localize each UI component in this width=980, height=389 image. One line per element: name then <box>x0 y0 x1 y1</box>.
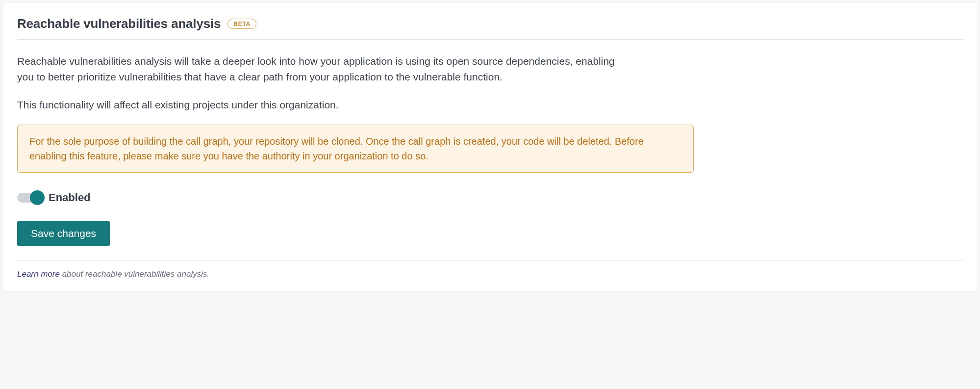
save-changes-button[interactable]: Save changes <box>17 221 110 246</box>
card-header: Reachable vulnerabilities analysis BETA <box>17 16 963 40</box>
warning-notice: For the sole purpose of building the cal… <box>17 125 694 173</box>
card-title: Reachable vulnerabilities analysis <box>17 16 221 31</box>
enabled-toggle[interactable] <box>17 193 43 203</box>
settings-card: Reachable vulnerabilities analysis BETA … <box>2 2 978 291</box>
description-block: Reachable vulnerabilities analysis will … <box>17 53 625 113</box>
toggle-knob <box>30 190 45 205</box>
description-paragraph-2: This functionality will affect all exist… <box>17 97 625 113</box>
learn-more-link[interactable]: Learn more <box>17 269 60 279</box>
divider <box>17 260 963 260</box>
description-paragraph-1: Reachable vulnerabilities analysis will … <box>17 53 625 84</box>
footer-text: Learn more about reachable vulnerabiliti… <box>17 269 963 279</box>
beta-badge: BETA <box>227 19 256 29</box>
toggle-row: Enabled <box>17 191 963 204</box>
toggle-label: Enabled <box>49 191 91 204</box>
footer-suffix: about reachable vulnerabilities analysis… <box>60 269 209 279</box>
